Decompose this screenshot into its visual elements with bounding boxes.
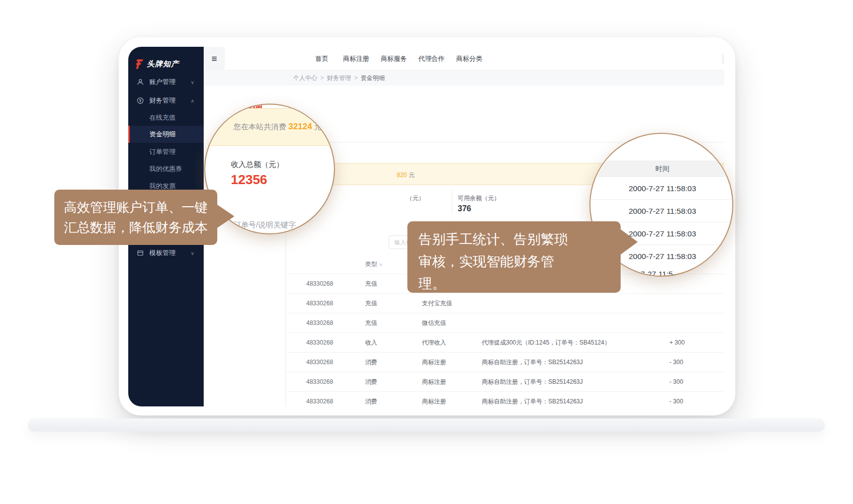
cell-order-number: 48330268 bbox=[306, 392, 333, 406]
banner-saved-amount: 820 bbox=[397, 172, 407, 179]
lens-banner-text: 您在本站共消费 32124 元 bbox=[233, 122, 322, 132]
cell-order-number: 48330268 bbox=[306, 313, 333, 333]
search-input[interactable] bbox=[722, 53, 724, 64]
cell-description: 商标自助注册，订单号：SB2514263J bbox=[482, 392, 583, 406]
cell-order-number: 48330268 bbox=[306, 372, 333, 392]
sidebar-item-order-management[interactable]: 订单管理 bbox=[128, 144, 204, 160]
sidebar-item-label: 资金明细 bbox=[149, 130, 176, 139]
page: 头牌知产 账户管理 ∨ 财务管理 ∧ 在线充值 资金明细 bbox=[0, 0, 853, 504]
cell-project: 支付宝充值 bbox=[422, 294, 452, 313]
sidebar-item-label: 模板管理 bbox=[149, 248, 176, 258]
breadcrumb-item-current: 资金明细 bbox=[361, 74, 385, 81]
finance-icon bbox=[137, 97, 144, 104]
cell-description: 商标自助注册，订单号：SB2514263J bbox=[482, 353, 583, 372]
cell-project: 商标注册 bbox=[422, 372, 446, 392]
lens-time-header: 时间 bbox=[590, 160, 733, 177]
callout-left: 高效管理账户订单、一键 汇总数据，降低财务成本 bbox=[54, 190, 217, 245]
cell-project: 商标注册 bbox=[422, 353, 446, 372]
nav-link-trademark-services[interactable]: 商标服务 bbox=[381, 47, 407, 70]
cell-order-number: 48330268 bbox=[306, 333, 333, 353]
lens-time-value: 2000-7-27 11:58:03 bbox=[590, 177, 733, 200]
chevron-up-icon: ∧ bbox=[191, 98, 194, 104]
cell-order-number: 48330268 bbox=[306, 294, 333, 313]
cell-type: 消费 bbox=[365, 392, 377, 406]
table-row: 48330268 消费 商标注册 商标自助注册，订单号：SB2514263J -… bbox=[286, 391, 724, 406]
callout-text-line: 汇总数据，降低财务成本 bbox=[64, 217, 208, 237]
callout-text-line: 理。 bbox=[418, 273, 610, 295]
table-row: 48330268 充值 微信充值 2000-7-27 11:58:03 bbox=[286, 313, 724, 332]
cell-amount: - 300 bbox=[669, 392, 683, 406]
banner-unit: 元 bbox=[407, 172, 414, 179]
nav-link-home[interactable]: 首页 bbox=[315, 47, 328, 70]
stat-label-fragment: （元） bbox=[406, 194, 424, 203]
cell-type: 收入 bbox=[365, 333, 377, 353]
lens-banner-amount: 32124 bbox=[288, 122, 312, 131]
template-icon bbox=[137, 249, 144, 257]
cell-description: 商标自助注册，订单号：SB2514263J bbox=[482, 372, 583, 392]
callout-arrow-icon bbox=[217, 205, 234, 228]
top-navbar: ≡ 首页 商标注册 商标服务 代理合作 商标分类 bbox=[204, 47, 724, 70]
sidebar-item-online-recharge[interactable]: 在线充值 bbox=[128, 110, 204, 126]
cell-description: 代理提成300元（ID:1245，订单号：SB45124） bbox=[482, 333, 610, 353]
table-row: 48330268 收入 代理收入 代理提成300元（ID:1245，订单号：SB… bbox=[286, 332, 724, 352]
cell-project: 代理收入 bbox=[422, 333, 446, 353]
cell-amount: + 300 bbox=[669, 333, 685, 353]
callout-right: 告别手工统计、告别繁琐 审核，实现智能财务管 理。 bbox=[407, 221, 621, 293]
nav-link-trademark-category[interactable]: 商标分类 bbox=[456, 47, 482, 70]
nav-link-trademark-register[interactable]: 商标注册 bbox=[343, 47, 369, 70]
lens-income-value: 12356 bbox=[231, 172, 267, 188]
sidebar-item-account[interactable]: 账户管理 ∨ bbox=[128, 74, 204, 90]
sidebar-item-funds-detail[interactable]: 资金明细 bbox=[128, 126, 204, 143]
cell-type: 充值 bbox=[365, 274, 377, 294]
cell-project: 微信充值 bbox=[422, 313, 446, 333]
callout-text-line: 高效管理账户订单、一键 bbox=[64, 197, 208, 217]
banner-text: 820 元 bbox=[397, 171, 414, 180]
cell-amount: - 300 bbox=[669, 372, 683, 392]
lens-income-label: 收入总额（元） bbox=[231, 160, 284, 170]
table-row: 48330268 消费 商标注册 商标自助注册，订单号：SB2514263J -… bbox=[286, 372, 724, 391]
cell-amount: - 300 bbox=[669, 353, 683, 372]
sidebar-item-finance[interactable]: 财务管理 ∧ bbox=[128, 93, 204, 109]
sidebar-item-label: 财务管理 bbox=[149, 96, 176, 105]
breadcrumb-item[interactable]: 个人中心 bbox=[293, 74, 317, 81]
sidebar-item-label: 订单管理 bbox=[149, 147, 176, 156]
hamburger-menu-icon[interactable]: ≡ bbox=[204, 47, 225, 70]
callout-arrow-icon bbox=[621, 229, 638, 255]
nav-link-agent-cooperation[interactable]: 代理合作 bbox=[418, 47, 445, 70]
breadcrumb-item[interactable]: 财务管理 bbox=[327, 74, 351, 81]
chevron-down-icon: ∨ bbox=[191, 79, 194, 85]
lens-column-header-fragment: 订单号/说明关键字 bbox=[233, 220, 296, 230]
sidebar-item-templates[interactable]: 模板管理 ∨ bbox=[128, 245, 204, 261]
sidebar-item-my-coupons[interactable]: 我的优惠券 bbox=[128, 161, 204, 177]
available-balance-value: 376 bbox=[458, 204, 471, 213]
stat-divider bbox=[452, 190, 452, 213]
callout-text-line: 审核，实现智能财务管 bbox=[418, 250, 610, 273]
logo-text: 头牌知产 bbox=[147, 59, 179, 69]
logo[interactable]: 头牌知产 bbox=[136, 58, 179, 70]
laptop-base bbox=[28, 418, 825, 432]
lens-time-value: 2000-7-27 11:58:03 bbox=[590, 200, 733, 222]
cell-type: 消费 bbox=[365, 372, 377, 392]
cell-type: 消费 bbox=[365, 353, 377, 372]
table-row: 48330268 消费 商标注册 商标自助注册，订单号：SB2514263J -… bbox=[286, 352, 724, 372]
breadcrumb-separator: > bbox=[320, 74, 324, 81]
column-header-type[interactable]: 类型∨ bbox=[365, 260, 383, 269]
user-icon bbox=[137, 78, 144, 86]
chevron-down-icon: ∨ bbox=[191, 250, 194, 256]
callout-text-line: 告别手工统计、告别繁琐 bbox=[418, 228, 610, 250]
sidebar-item-label: 账户管理 bbox=[149, 77, 176, 87]
breadcrumb: 个人中心>财务管理>资金明细 bbox=[293, 70, 385, 86]
cell-type: 充值 bbox=[365, 313, 377, 333]
sort-caret-icon: ∨ bbox=[379, 262, 383, 267]
cell-type: 充值 bbox=[365, 294, 377, 313]
cell-order-number: 48330268 bbox=[306, 274, 333, 294]
breadcrumb-separator: > bbox=[354, 74, 358, 81]
logo-icon bbox=[136, 59, 144, 69]
sidebar-item-label: 在线充值 bbox=[149, 113, 176, 122]
sidebar-item-label: 我的优惠券 bbox=[149, 164, 182, 174]
cell-project: 商标注册 bbox=[422, 392, 446, 406]
available-balance-label: 可用余额（元） bbox=[458, 194, 500, 203]
table-row: 48330268 充值 支付宝充值 2000-7-27 11:58:03 bbox=[286, 293, 724, 313]
cell-order-number: 48330268 bbox=[306, 353, 333, 372]
breadcrumb-bar: 个人中心>财务管理>资金明细 bbox=[204, 70, 724, 86]
